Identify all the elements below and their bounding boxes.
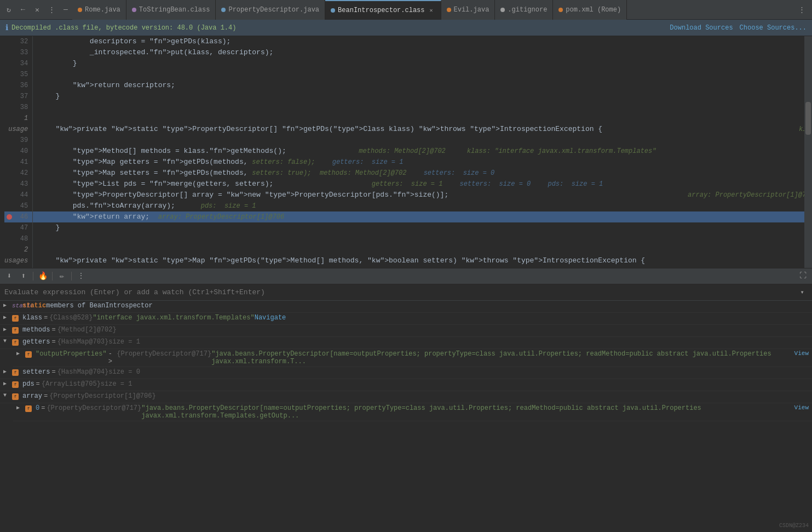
debug-panel: ▶staticstatic members of BeanIntrospecto… [0, 301, 812, 533]
debug-row-methods[interactable]: ▶fmethods={Method[2]@702} [0, 325, 812, 337]
breakpoint-46[interactable] [7, 214, 12, 220]
tab-gitignore[interactable]: .gitignore [495, 0, 553, 20]
line-content-47: } [33, 222, 804, 233]
debug-row-array[interactable]: ▼farray={PropertyDescriptor[1]@706} [0, 391, 812, 403]
debug-expand-getters-output[interactable]: ▶ [16, 350, 25, 357]
debug-name-klass: klass [22, 314, 42, 322]
download-btn[interactable]: ⬇ [3, 270, 15, 282]
left-sidebar [0, 36, 4, 268]
tab-tostring[interactable]: ToStringBean.class [126, 0, 216, 20]
tab-label-rome: Rome.java [85, 6, 120, 14]
debug-ref-klass: {Class@528} [49, 314, 93, 322]
debug-strval-getters-output: "java.beans.PropertyDescriptor[name=outp… [211, 350, 791, 365]
line-number-37: 37 [4, 91, 33, 102]
tab-pomxml[interactable]: pom.xml (Rome) [553, 0, 627, 20]
expand-btn[interactable]: ⛶ [797, 270, 809, 282]
line-content-49: "kw">private "kw">static "type">Map "fn"… [33, 244, 804, 268]
flame-btn[interactable]: 🔥 [37, 270, 49, 282]
tab-beanintro[interactable]: BeanIntrospector.class✕ [325, 0, 441, 20]
close-icon[interactable]: ✕ [31, 3, 44, 16]
edit-btn[interactable]: ✏ [56, 270, 68, 282]
table-row: 41 "type">Map getters = "fn">getPDs(meth… [4, 157, 804, 168]
debug-row-array-0[interactable]: ▶f0={PropertyDescriptor@717} "java.beans… [13, 403, 812, 421]
right-scrollbar[interactable] [804, 36, 812, 268]
table-row: 34 } [4, 58, 804, 69]
eval-right: ▾ [797, 287, 808, 298]
table-row: 32 descriptors = "fn">getPDs(klass); [4, 36, 804, 47]
debug-icon-getters-output: f [25, 350, 34, 358]
tab-close-beanintro[interactable]: ✕ [428, 7, 435, 14]
download-sources-link[interactable]: Download Sources [670, 24, 733, 32]
eval-input[interactable] [4, 288, 797, 296]
debug-view-link-getters-output[interactable]: View [794, 350, 809, 357]
debug-row-static-members[interactable]: ▶staticstatic members of BeanIntrospecto… [0, 301, 812, 313]
debug-expand-static-members[interactable]: ▶ [3, 302, 12, 308]
line-number-43: 43 [4, 179, 33, 190]
table-row: 35 [4, 69, 804, 80]
line-content-37: } [33, 91, 804, 102]
tab-dot-evil [447, 8, 451, 12]
debug-expand-setters[interactable]: ▶ [3, 368, 12, 375]
more-tabs-icon[interactable]: ⋮ [45, 3, 58, 16]
nav-back-icon[interactable]: ← [16, 3, 30, 16]
tab-label-tostring: ToStringBean.class [139, 6, 210, 14]
debug-row-getters-output[interactable]: ▶f"outputProperties" -> {PropertyDescrip… [13, 349, 812, 367]
debug-icon-array-0: f [25, 404, 34, 412]
line-number-33: 33 [4, 47, 33, 58]
debug-row-setters[interactable]: ▶fsetters={HashMap@704} size = 0 [0, 367, 812, 379]
debug-name-setters: setters [22, 368, 50, 376]
tab-dot-rome [78, 8, 82, 12]
debug-toolbar: ⬇ ⬆ 🔥 ✏ ⋮ ⛶ [0, 268, 812, 284]
debug-view-link-array-0[interactable]: View [794, 404, 809, 411]
debug-expand-getters[interactable]: ▼ [3, 338, 12, 344]
table-row: 1 usage 39 "kw">private "kw">static "typ… [4, 113, 804, 146]
scroll-thumb[interactable] [805, 102, 811, 135]
debug-strval-array-0: "java.beans.PropertyDescriptor[name=outp… [141, 404, 791, 420]
debug-expand-klass[interactable]: ▶ [3, 314, 12, 321]
debug-icon-array: f [12, 392, 21, 400]
debug-toolbar-left: ⬇ ⬆ 🔥 ✏ ⋮ [3, 270, 87, 282]
debug-expand-pds[interactable]: ▶ [3, 380, 12, 387]
code-scroll[interactable]: 32 descriptors = "fn">getPDs(klass);33 _… [4, 36, 804, 268]
debug-eq-pds: = [36, 380, 40, 388]
line-number-49: 2 usages 49 [4, 244, 33, 268]
line-content-34: } [33, 58, 804, 69]
tab-rome[interactable]: Rome.java [72, 0, 126, 20]
debug-arrow-getters-output: -> [108, 350, 116, 365]
line-content-39: "kw">private "kw">static "type">Property… [33, 113, 804, 146]
line-number-44: 44 [4, 190, 33, 201]
tab-evil[interactable]: Evil.java [441, 0, 496, 20]
debug-ref-getters-output: {PropertyDescriptor@717} [117, 350, 211, 358]
usage-badge-49: 2 usages [4, 246, 28, 265]
line-number-36: 36 [4, 80, 33, 91]
debug-expand-array-0[interactable]: ▶ [16, 404, 25, 411]
debug-expand-array[interactable]: ▼ [3, 392, 12, 398]
code-editor: 32 descriptors = "fn">getPDs(klass);33 _… [4, 36, 804, 268]
tab-bar-left: ↻ ← ✕ ⋮ — [2, 3, 72, 16]
line-content-38 [33, 102, 804, 113]
debug-ref-array: {PropertyDescriptor[1]@706} [49, 392, 156, 400]
info-bar-right: Download Sources Choose Sources... [670, 24, 807, 32]
more-btn[interactable]: ⋮ [75, 270, 87, 282]
debug-row-getters[interactable]: ▼fgetters={HashMap@703} size = 1 [0, 337, 812, 349]
debug-row-klass[interactable]: ▶fklass={Class@528} "interface javax.xml… [0, 313, 812, 325]
choose-sources-link[interactable]: Choose Sources... [740, 24, 807, 32]
sync-icon[interactable]: ↻ [2, 3, 15, 16]
line-content-41: "type">Map getters = "fn">getPDs(methods… [33, 157, 804, 168]
tab-propdesc[interactable]: PropertyDescriptor.java [216, 0, 325, 20]
debug-name-getters-output: "outputProperties" [36, 350, 107, 358]
eval-down-btn[interactable]: ▾ [797, 287, 808, 298]
debug-name-array-0: 0 [36, 404, 39, 412]
tab-label-evil: Evil.java [454, 6, 489, 14]
tab-dot-tostring [132, 8, 136, 12]
minimize-icon[interactable]: — [59, 3, 72, 16]
line-number-42: 42 [4, 168, 33, 179]
tabs-overflow-button[interactable]: ⋮ [794, 5, 810, 14]
upload-btn[interactable]: ⬆ [18, 270, 30, 282]
debug-eq-getters: = [51, 338, 55, 346]
debug-expand-methods[interactable]: ▶ [3, 326, 12, 333]
code-table: 32 descriptors = "fn">getPDs(klass);33 _… [4, 36, 804, 268]
debug-row-pds[interactable]: ▶fpds={ArrayList@705} size = 1 [0, 379, 812, 391]
tab-label-gitignore: .gitignore [508, 6, 547, 14]
debug-nav-link-klass[interactable]: Navigate [255, 314, 286, 322]
